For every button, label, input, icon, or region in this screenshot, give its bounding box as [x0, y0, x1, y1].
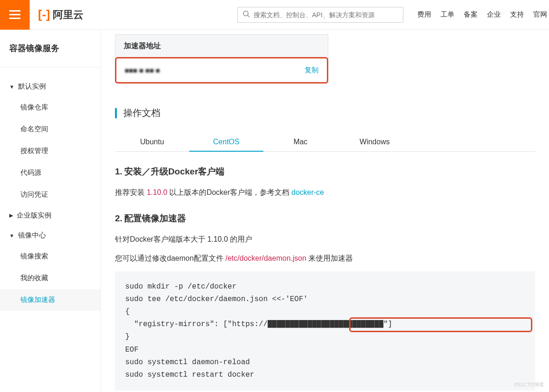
step2-p1: 您可以通过修改daemon配置文件 针对Docker客户端版本大于 1.10.0… [115, 233, 535, 245]
search-box[interactable] [237, 7, 403, 23]
step2-p2: 您可以通过修改daemon配置文件 /etc/docker/daemon.jso… [115, 252, 535, 264]
sidebar: 容器镜像服务 ▼ 默认实例 镜像仓库 命名空间 授权管理 代码源 访问凭证 ▶ … [0, 30, 101, 392]
nav-icp[interactable]: 备案 [464, 10, 478, 19]
step2-title: 配置镜像加速器 [124, 213, 186, 223]
accelerator-url: ■■■ ■ ■■ ■ [125, 66, 297, 74]
doc-section-title: 操作文档 [115, 107, 535, 119]
logo[interactable]: [-] 阿里云 [38, 7, 83, 22]
tree-group-label: 镜像中心 [18, 231, 46, 240]
nav-tickets[interactable]: 工单 [440, 10, 454, 19]
nav-support[interactable]: 支持 [510, 10, 524, 19]
top-nav: 费用 工单 备案 企业 支持 官网 [417, 10, 547, 19]
section-heading: 操作文档 [123, 107, 160, 119]
text: 您可以通过修改daemon配置文件 [115, 254, 225, 262]
caret-right-icon: ▶ [9, 212, 13, 218]
tree-group-default[interactable]: ▼ 默认实例 [0, 77, 101, 96]
text: 推荐安装 [115, 188, 147, 196]
logo-icon: [-] [38, 7, 50, 22]
nav-fees[interactable]: 费用 [417, 10, 431, 19]
accelerator-row: ■■■ ■ ■■ ■ 复制 [115, 57, 328, 84]
sidebar-item-namespace[interactable]: 命名空间 [0, 118, 101, 140]
main-layout: 容器镜像服务 ▼ 默认实例 镜像仓库 命名空间 授权管理 代码源 访问凭证 ▶ … [0, 30, 549, 392]
text: 来使用加速器 [306, 254, 353, 262]
tab-ubuntu[interactable]: Ubuntu [115, 133, 189, 151]
step1-heading: 1.安装／升级Docker客户端 [115, 166, 535, 178]
tab-centos[interactable]: CentOS [189, 133, 263, 152]
nav-tree: ▼ 默认实例 镜像仓库 命名空间 授权管理 代码源 访问凭证 ▶ 企业版实例 ▼… [0, 67, 101, 311]
main-content: 加速器地址 ■■■ ■ ■■ ■ 复制 操作文档 Ubuntu CentOS M… [101, 30, 549, 392]
tree-group-enterprise[interactable]: ▶ 企业版实例 [0, 206, 101, 225]
tab-windows[interactable]: Windows [338, 133, 412, 151]
accelerator-panel: 加速器地址 ■■■ ■ ■■ ■ 复制 [115, 34, 328, 84]
hamburger-icon [9, 10, 20, 19]
svg-line-1 [248, 15, 249, 17]
tree-group-center[interactable]: ▼ 镜像中心 [0, 225, 101, 245]
step1-title: 安装／升级Docker客户端 [124, 167, 224, 176]
sidebar-item-repos[interactable]: 镜像仓库 [0, 96, 101, 118]
os-tabs: Ubuntu CentOS Mac Windows [115, 133, 535, 152]
step2-heading: 2.配置镜像加速器 [115, 212, 535, 225]
code-block: sudo mkdir -p /etc/docker sudo tee /etc/… [115, 271, 535, 391]
sidebar-item-source[interactable]: 代码源 [0, 162, 101, 184]
sidebar-item-accelerator[interactable]: 镜像加速器 [0, 289, 101, 311]
tree-group-label: 企业版实例 [17, 211, 51, 220]
sidebar-item-favorites[interactable]: 我的收藏 [0, 267, 101, 289]
tree-group-label: 默认实例 [18, 82, 46, 91]
search-input[interactable] [254, 11, 398, 19]
app-header: [-] 阿里云 费用 工单 备案 企业 支持 官网 [0, 0, 549, 30]
doc-body: 1.安装／升级Docker客户端 推荐安装 1.10.0 以上版本的Docker… [115, 166, 535, 391]
text: 的用户 [228, 235, 252, 243]
sidebar-item-credential[interactable]: 访问凭证 [0, 184, 101, 206]
sidebar-title: 容器镜像服务 [0, 43, 101, 67]
logo-text: 阿里云 [53, 8, 83, 22]
accelerator-heading: 加速器地址 [115, 35, 328, 58]
search-icon [243, 10, 250, 19]
sidebar-item-search[interactable]: 镜像搜索 [0, 245, 101, 267]
text: 1.10.0 [207, 235, 228, 243]
menu-toggle[interactable] [0, 0, 30, 30]
highlight-box [349, 317, 532, 332]
step1-text: 推荐安装 1.10.0 以上版本的Docker客户端，参考文档 docker-c… [115, 186, 535, 199]
copy-button[interactable]: 复制 [305, 66, 319, 75]
text: 以上版本的Docker客户端，参考文档 [167, 188, 292, 196]
caret-down-icon: ▼ [9, 84, 14, 90]
nav-enterprise[interactable]: 企业 [487, 10, 501, 19]
tab-mac[interactable]: Mac [263, 133, 338, 151]
daemon-path: /etc/docker/daemon.json [225, 254, 306, 262]
caret-down-icon: ▼ [9, 233, 14, 238]
nav-site[interactable]: 官网 [533, 10, 547, 19]
accent-bar [115, 108, 117, 118]
text: 针对Docker客户端版本大于 [115, 235, 207, 243]
docker-ce-link[interactable]: docker-ce [292, 188, 324, 196]
svg-point-0 [243, 11, 248, 15]
version-text: 1.10.0 [147, 188, 167, 196]
sidebar-item-auth[interactable]: 授权管理 [0, 140, 101, 162]
